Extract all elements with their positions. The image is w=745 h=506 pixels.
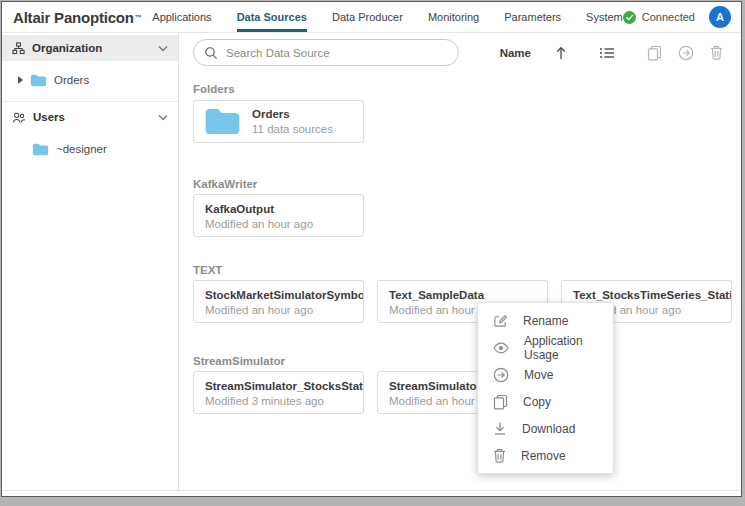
sidebar-section-label: Users	[33, 111, 65, 123]
connection-status: Connected	[623, 11, 695, 24]
menu-item-download[interactable]: Download	[478, 415, 613, 442]
card-title: StockMarketSimulatorSymbols	[205, 288, 352, 303]
user-avatar[interactable]: A	[709, 6, 731, 28]
folder-icon	[204, 107, 241, 136]
chevron-down-icon[interactable]	[158, 114, 168, 121]
folder-icon	[32, 143, 49, 156]
menu-item-label: Application Usage	[524, 334, 613, 362]
card-title: KafkaOutput	[205, 202, 352, 217]
main-content: Name	[179, 33, 741, 490]
menu-item-rename[interactable]: Rename	[478, 307, 613, 334]
menu-item-label: Download	[522, 422, 575, 436]
sidebar-section-organization[interactable]: Organization	[2, 35, 178, 61]
sidebar-item-label: ~designer	[56, 143, 107, 155]
download-icon	[493, 421, 507, 436]
trash-icon	[493, 448, 506, 463]
card-row: StockMarketSimulatorSymbols Modified an …	[193, 280, 741, 323]
menu-item-copy[interactable]: Copy	[478, 388, 613, 415]
sidebar-divider	[2, 101, 178, 102]
card-row: KafkaOutput Modified an hour ago	[193, 194, 741, 237]
card-subtitle: 11 data sources	[252, 122, 333, 136]
users-icon	[12, 111, 26, 124]
sidebar: Organization Orders Users	[2, 33, 179, 490]
sidebar-item-orders[interactable]: Orders	[2, 67, 178, 93]
section-heading-folders: Folders	[193, 82, 741, 96]
card-subtitle: Modified 3 minutes ago	[205, 394, 352, 408]
menu-item-label: Move	[524, 368, 553, 382]
card-row: Orders 11 data sources	[193, 100, 741, 143]
brand-logo: Altair Panopticon™	[2, 2, 146, 32]
datasource-card-kafkaoutput[interactable]: KafkaOutput Modified an hour ago	[193, 194, 364, 237]
brand-name: Altair Panopticon	[13, 9, 134, 26]
sort-field-button[interactable]: Name	[500, 47, 531, 59]
section-heading-kafkawriter: KafkaWriter	[193, 177, 741, 191]
card-subtitle: Modified an hour ago	[205, 217, 352, 231]
card-title: Text_SampleData	[389, 288, 536, 303]
sort-ascending-icon[interactable]	[555, 46, 567, 60]
tab-data-sources[interactable]: Data Sources	[237, 2, 307, 32]
menu-item-label: Rename	[523, 314, 568, 328]
expand-caret-icon[interactable]	[18, 76, 23, 84]
copy-icon	[493, 394, 508, 410]
toolbar-actions: Name	[500, 45, 723, 61]
trademark: ™	[135, 14, 142, 21]
datasource-card-streamsimulator-stocksstatic[interactable]: StreamSimulator_StocksStatic Modified 3 …	[193, 371, 364, 414]
tab-applications[interactable]: Applications	[152, 2, 211, 32]
tab-parameters[interactable]: Parameters	[504, 2, 561, 32]
eye-icon	[493, 342, 509, 354]
menu-item-label: Copy	[523, 395, 551, 409]
rename-icon	[493, 313, 508, 328]
card-row: StreamSimulator_StocksStatic Modified 3 …	[193, 371, 741, 414]
copy-icon[interactable]	[647, 45, 662, 61]
card-title: Orders	[252, 107, 333, 122]
connected-check-icon	[623, 11, 636, 24]
move-icon[interactable]	[678, 45, 694, 61]
tab-system[interactable]: System	[586, 2, 623, 32]
search-icon	[204, 46, 218, 60]
datasource-card-stockmarketsimulatorsymbols[interactable]: StockMarketSimulatorSymbols Modified an …	[193, 280, 364, 323]
list-view-icon[interactable]	[599, 46, 615, 60]
org-hierarchy-icon	[12, 42, 25, 55]
context-menu: Rename Application Usage Move Copy Downl…	[477, 302, 614, 474]
menu-item-remove[interactable]: Remove	[478, 442, 613, 469]
delete-icon[interactable]	[710, 45, 723, 60]
card-title: Text_StocksTimeSeries_Static	[573, 288, 720, 303]
nav-right: Connected A	[623, 2, 741, 32]
sidebar-section-label: Organization	[32, 42, 102, 54]
nav-tabs: Applications Data Sources Data Producer …	[152, 2, 622, 32]
menu-item-application-usage[interactable]: Application Usage	[478, 334, 613, 361]
body-row: Organization Orders Users	[2, 33, 741, 491]
card-subtitle: Modified an hour ago	[205, 303, 352, 317]
tab-monitoring[interactable]: Monitoring	[428, 2, 479, 32]
chevron-down-icon[interactable]	[158, 45, 168, 52]
menu-item-label: Remove	[521, 449, 566, 463]
section-heading-streamsimulator: StreamSimulator	[193, 354, 741, 368]
folder-card-orders[interactable]: Orders 11 data sources	[193, 100, 364, 143]
section-heading-text: TEXT	[193, 263, 741, 277]
search-box[interactable]	[193, 39, 459, 66]
menu-item-move[interactable]: Move	[478, 361, 613, 388]
move-icon	[493, 367, 509, 383]
folder-icon	[30, 74, 47, 87]
search-input[interactable]	[226, 47, 448, 59]
app-window: Altair Panopticon™ Applications Data Sou…	[1, 1, 742, 497]
top-nav: Altair Panopticon™ Applications Data Sou…	[2, 2, 741, 33]
sidebar-section-users[interactable]: Users	[2, 104, 178, 130]
connection-status-label: Connected	[642, 11, 695, 23]
toolbar: Name	[193, 39, 741, 66]
sidebar-item-designer[interactable]: ~designer	[2, 136, 178, 162]
card-title: StreamSimulator_StocksStatic	[205, 379, 352, 394]
tab-data-producer[interactable]: Data Producer	[332, 2, 403, 32]
sidebar-item-label: Orders	[54, 74, 89, 86]
